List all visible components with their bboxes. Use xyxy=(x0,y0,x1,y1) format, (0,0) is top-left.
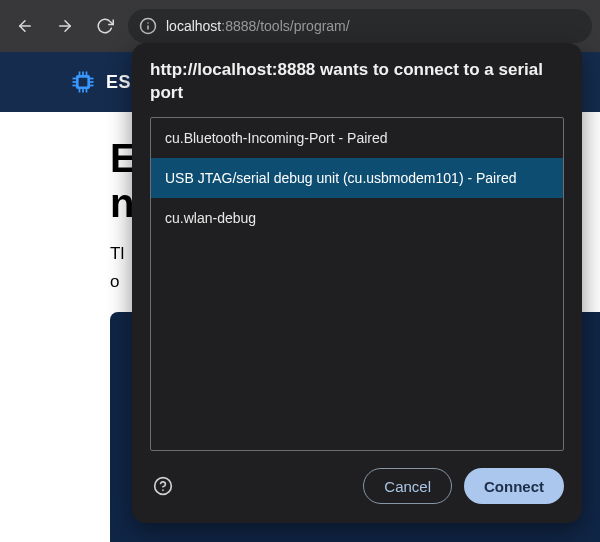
port-list[interactable]: cu.Bluetooth-Incoming-Port - Paired USB … xyxy=(150,117,564,451)
arrow-right-icon xyxy=(56,17,74,35)
reload-icon xyxy=(96,17,114,35)
site-info-icon[interactable] xyxy=(138,16,158,36)
serial-port-dialog: http://localhost:8888 wants to connect t… xyxy=(132,43,582,523)
port-option[interactable]: USB JTAG/serial debug unit (cu.usbmodem1… xyxy=(151,158,563,198)
cancel-button[interactable]: Cancel xyxy=(363,468,452,504)
port-option[interactable]: cu.Bluetooth-Incoming-Port - Paired xyxy=(151,118,563,158)
arrow-left-icon xyxy=(16,17,34,35)
address-bar[interactable]: localhost:8888/tools/program/ xyxy=(128,9,592,43)
url-text: localhost:8888/tools/program/ xyxy=(166,18,350,34)
brand-text: ES xyxy=(106,72,131,93)
connect-button[interactable]: Connect xyxy=(464,468,564,504)
chip-icon xyxy=(68,67,98,97)
help-icon xyxy=(153,476,173,496)
back-button[interactable] xyxy=(8,9,42,43)
port-option[interactable]: cu.wlan-debug xyxy=(151,198,563,238)
help-button[interactable] xyxy=(150,473,176,499)
svg-rect-6 xyxy=(79,78,88,87)
dialog-footer: Cancel Connect xyxy=(150,451,564,507)
reload-button[interactable] xyxy=(88,9,122,43)
dialog-title: http://localhost:8888 wants to connect t… xyxy=(150,59,564,105)
forward-button[interactable] xyxy=(48,9,82,43)
